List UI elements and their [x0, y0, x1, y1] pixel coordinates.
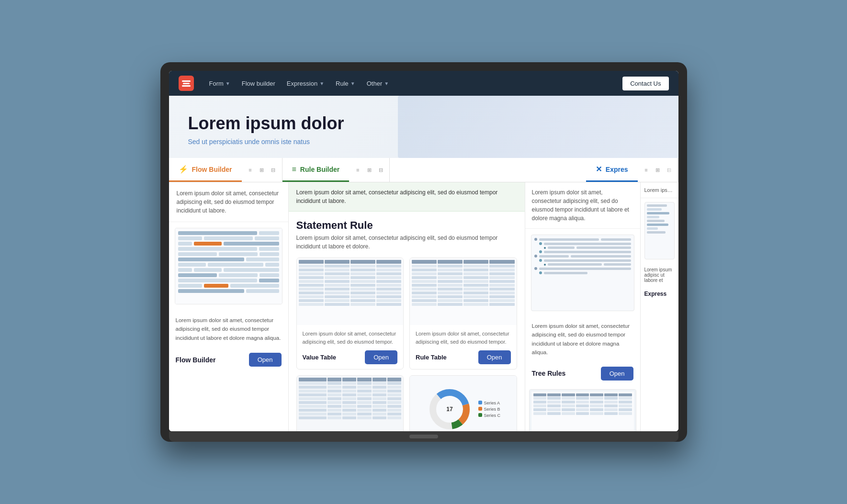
- expr-view-grid-3[interactable]: ⊟: [665, 165, 674, 175]
- large-table-mock: [297, 376, 404, 431]
- tree-rules-preview: [531, 235, 634, 311]
- value-table-desc: Lorem ipsum dolor sit amet, consectetur …: [303, 330, 398, 346]
- flow-builder-title: Flow Builder: [176, 356, 216, 364]
- logo-line-3: [182, 85, 191, 87]
- rule-builder-tab-section: ≡ Rule Builder ≡ ⊞ ⊟: [282, 158, 390, 182]
- rule-view-grid-3[interactable]: ⊟: [376, 165, 385, 175]
- form-dropdown-arrow: ▼: [226, 81, 230, 86]
- view-icon-grid-3[interactable]: ⊟: [269, 165, 278, 175]
- card-chart: 17 Series A Series B Series C: [409, 375, 517, 431]
- tree-rules-info: Lorem ipsum dolor sit amet, consectetur …: [525, 182, 640, 229]
- expression-body-text: Lorem ipsum adipisc ut labore et: [641, 263, 678, 287]
- rule-view-grid-2[interactable]: ⊞: [364, 165, 374, 175]
- nav-other[interactable]: Other ▼: [367, 80, 389, 87]
- flow-builder-tab-icon: ⚡: [179, 165, 188, 174]
- expression-footer: Express: [641, 287, 678, 301]
- rule-builder-tab-icon: ≡: [292, 165, 296, 174]
- right-panel-wide-card: [529, 389, 636, 431]
- laptop-base: [169, 431, 678, 442]
- value-table-open-button[interactable]: Open: [365, 350, 397, 364]
- expr-view-grid-2[interactable]: ⊞: [653, 165, 663, 175]
- donut-chart-svg: 17: [426, 385, 474, 431]
- tab-rule-builder[interactable]: ≡ Rule Builder: [282, 158, 350, 182]
- rule-table-footer: Rule Table Open: [416, 350, 511, 364]
- logo-line-1: [182, 80, 191, 82]
- svg-text:17: 17: [447, 406, 453, 413]
- flow-builder-body-text: Lorem ipsum dolor sit amet, consectetur …: [169, 310, 288, 348]
- panel-expression-partial: Lorem ipsum dolor sit amet, consectetur …: [640, 182, 678, 431]
- panel-rule-builder: Lorem ipsum dolor sit amet, consectetur …: [289, 182, 525, 431]
- expr-view-list[interactable]: ≡: [642, 165, 651, 175]
- view-icon-grid-2[interactable]: ⊞: [257, 165, 267, 175]
- content-area: Lorem ipsum dolor sit amet, consectetur …: [169, 182, 678, 431]
- hero-text: Lorem ipsum dolor Sed ut perspiciatis un…: [188, 113, 659, 145]
- expression-view-icons: ≡ ⊞ ⊟: [638, 165, 678, 175]
- tree-rules-desc: Lorem ipsum dolor sit amet, consectetur …: [525, 317, 640, 362]
- large-table-preview: [297, 376, 404, 431]
- value-table-preview: [297, 258, 404, 325]
- flow-mock-content: [175, 228, 282, 304]
- tree-rules-open-button[interactable]: Open: [601, 367, 633, 381]
- chart-preview: 17 Series A Series B Series C: [410, 376, 517, 431]
- nav-flow-builder[interactable]: Flow builder: [242, 80, 275, 87]
- expression-title: Express: [644, 291, 667, 297]
- value-table-mock: [297, 258, 404, 325]
- panel-flow-builder: Lorem ipsum dolor sit amet, consectetur …: [169, 182, 289, 431]
- hero-subtitle: Sed ut perspiciatis unde omnis iste natu…: [188, 138, 659, 146]
- rule-builder-view-icons: ≡ ⊞ ⊟: [349, 165, 389, 175]
- hero-section: Lorem ipsum dolor Sed ut perspiciatis un…: [169, 96, 678, 158]
- rule-table-mock: [410, 258, 517, 325]
- chart-legend: Series A Series B Series C: [478, 401, 500, 418]
- tree-rules-title: Tree Rules: [532, 370, 566, 377]
- hero-title: Lorem ipsum dolor: [188, 113, 659, 134]
- statement-rule-desc: Lorem ipsum dolor sit amet, consectetur …: [289, 234, 525, 258]
- value-table-footer: Value Table Open: [303, 350, 398, 364]
- expression-preview: [644, 202, 675, 259]
- flow-builder-footer: Flow Builder Open: [169, 348, 288, 371]
- flow-builder-description: Lorem ipsum dolor sit amet, consectetur …: [169, 182, 288, 222]
- expression-dropdown-arrow: ▼: [319, 81, 324, 86]
- value-table-content: Lorem ipsum dolor sit amet, consectetur …: [297, 325, 404, 369]
- flow-builder-open-button[interactable]: Open: [249, 353, 282, 367]
- panel-tree-rules: Lorem ipsum dolor sit amet, consectetur …: [525, 182, 640, 431]
- flow-builder-preview: [175, 228, 282, 304]
- expression-tab-icon: ✕: [596, 165, 602, 174]
- tabs-bar: ⚡ Flow Builder ≡ ⊞ ⊟ ≡ Rule Builder ≡ ⊞: [169, 158, 678, 182]
- logo-line-2: [183, 83, 190, 84]
- rule-table-content: Lorem ipsum dolor sit amet, consectetur …: [410, 325, 517, 369]
- view-icon-list[interactable]: ≡: [246, 165, 255, 175]
- rule-builder-info-bar: Lorem ipsum dolor sit amet, consectetur …: [289, 182, 525, 212]
- nav-logo: [179, 76, 194, 91]
- rule-table-open-button[interactable]: Open: [478, 350, 511, 364]
- laptop-notch: [409, 435, 438, 438]
- rule-table-preview: [410, 258, 517, 325]
- value-table-card: Lorem ipsum dolor sit amet, consectetur …: [296, 258, 404, 370]
- tree-mock-content: [531, 235, 634, 311]
- rule-dropdown-arrow: ▼: [350, 81, 355, 86]
- tree-rules-footer: Tree Rules Open: [525, 362, 640, 385]
- rule-table-card: Lorem ipsum dolor sit amet, consectetur …: [409, 258, 517, 370]
- expr-mock: [647, 204, 672, 234]
- nav-rule[interactable]: Rule ▼: [336, 80, 355, 87]
- navbar: Form ▼ Flow builder Expression ▼ Rule ▼ …: [169, 71, 678, 96]
- expression-partial-text: Lorem ipsum dolor sit amet, consectetur …: [641, 182, 678, 198]
- tabs-spacer: [390, 158, 586, 182]
- tab-flow-builder[interactable]: ⚡ Flow Builder: [169, 158, 242, 182]
- statement-rule-title: Statement Rule: [289, 212, 525, 234]
- contact-us-button[interactable]: Contact Us: [622, 77, 668, 90]
- other-dropdown-arrow: ▼: [384, 81, 389, 86]
- rule-cards-grid: Lorem ipsum dolor sit amet, consectetur …: [289, 258, 525, 431]
- card-large-table: [296, 375, 404, 431]
- flow-builder-tab-section: ⚡ Flow Builder ≡ ⊞ ⊟: [169, 158, 282, 182]
- rule-view-list[interactable]: ≡: [353, 165, 362, 175]
- logo-icon: [179, 76, 194, 91]
- tab-expression[interactable]: ✕ Expres: [586, 158, 638, 182]
- value-table-title: Value Table: [303, 354, 337, 361]
- rule-table-title: Rule Table: [416, 354, 447, 361]
- nav-expression[interactable]: Expression ▼: [287, 80, 324, 87]
- expression-tab-section: ✕ Expres ≡ ⊞ ⊟: [586, 158, 678, 182]
- flow-builder-view-icons: ≡ ⊞ ⊟: [242, 165, 282, 175]
- nav-form[interactable]: Form ▼: [209, 80, 230, 87]
- rule-table-desc: Lorem ipsum dolor sit amet, consectetur …: [416, 330, 511, 346]
- wide-card-preview: [530, 390, 636, 431]
